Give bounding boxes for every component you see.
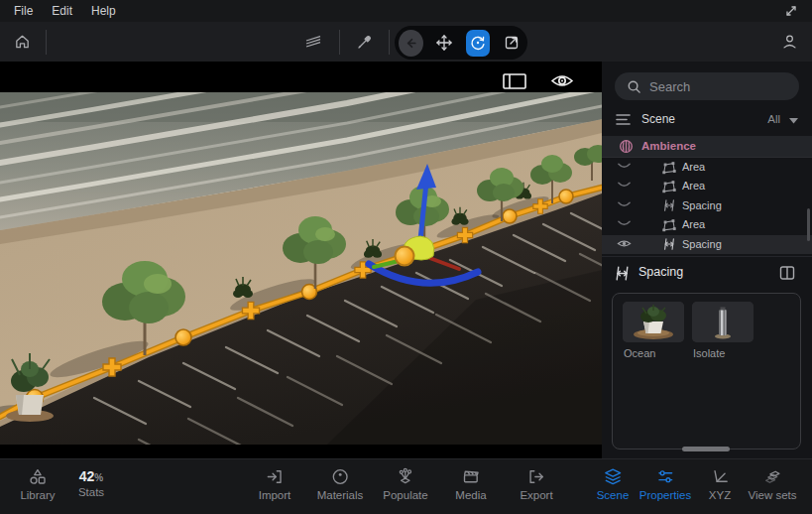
- area-icon: [662, 161, 676, 175]
- right-sidebar: Scene All Ambience: [602, 62, 812, 458]
- spacing-icon: [662, 198, 676, 212]
- tree-item-label: Area: [682, 161, 705, 173]
- scene-panel-header: Scene All: [602, 107, 812, 133]
- tree-item-area[interactable]: Area: [602, 177, 812, 195]
- ambience-icon: [619, 139, 634, 154]
- tree-item-label: Spacing: [682, 238, 722, 250]
- properties-tab[interactable]: Properties: [639, 467, 691, 501]
- card-scrollbar[interactable]: [682, 447, 730, 451]
- toolbar-separator: [46, 30, 47, 55]
- materials-button[interactable]: Materials: [317, 467, 364, 501]
- tree-group-ambience[interactable]: Ambience: [602, 136, 812, 158]
- tree-scrollbar[interactable]: [807, 208, 810, 241]
- viewport-render: [0, 62, 602, 458]
- tree-item-label: Area: [682, 218, 705, 230]
- stats-label: Stats: [78, 486, 104, 498]
- expand-window-icon[interactable]: [784, 4, 798, 18]
- tree-item-label: Area: [682, 180, 705, 192]
- chevron-down-icon[interactable]: [789, 118, 798, 124]
- asset-label: Isolate: [693, 347, 725, 359]
- user-account-icon[interactable]: [781, 34, 798, 51]
- gizmo-knob: [396, 247, 414, 266]
- tree-item-label: Spacing: [682, 199, 722, 211]
- panel-divider: [602, 256, 812, 257]
- closed-eye-icon[interactable]: [617, 199, 632, 210]
- view-sets-tab[interactable]: View sets: [748, 467, 796, 501]
- open-eye-icon[interactable]: [617, 238, 632, 249]
- spacing-panel-title: Spacing: [638, 265, 683, 279]
- area-icon: [662, 218, 676, 232]
- scene-tab[interactable]: Scene: [597, 467, 630, 501]
- scene-filter-value[interactable]: All: [767, 113, 780, 125]
- panel-toggle-icon[interactable]: [503, 73, 526, 89]
- toolbar-separator: [389, 30, 390, 55]
- home-button[interactable]: [14, 34, 31, 51]
- toolbar: [0, 22, 812, 62]
- materials-icon: [331, 467, 350, 486]
- menu-file[interactable]: File: [14, 4, 33, 18]
- search-icon: [627, 79, 641, 94]
- move-tool-button[interactable]: [432, 30, 457, 57]
- layers-lines-icon[interactable]: [303, 34, 323, 50]
- spacing-panel-header: Spacing: [602, 259, 812, 287]
- asset-thumbnail-ocean[interactable]: [623, 302, 684, 342]
- export-button[interactable]: Export: [520, 467, 552, 501]
- spacing-icon: [614, 265, 631, 282]
- back-button[interactable]: [399, 30, 423, 57]
- stats-indicator[interactable]: 42% Stats: [78, 468, 104, 498]
- stats-value: 42%: [79, 468, 103, 484]
- export-icon: [527, 467, 546, 486]
- tree-item-spacing[interactable]: Spacing: [602, 196, 812, 215]
- tree-item-area[interactable]: Area: [602, 215, 812, 234]
- scene-list-icon[interactable]: [616, 113, 631, 126]
- asset-thumbnail-isolate[interactable]: [692, 302, 754, 342]
- import-button[interactable]: Import: [259, 467, 291, 501]
- closed-eye-icon[interactable]: [617, 218, 632, 229]
- spacing-icon: [662, 237, 676, 251]
- menu-bar: File Edit Help: [0, 0, 812, 22]
- tree-item-area[interactable]: Area: [602, 158, 812, 177]
- scene-panel-title: Scene: [641, 112, 675, 126]
- asset-card: Ocean Isolate: [612, 293, 801, 450]
- scene-layers-icon: [603, 467, 622, 486]
- transform-tool-group: [395, 26, 527, 60]
- library-button[interactable]: Library: [20, 467, 55, 501]
- media-button[interactable]: Media: [455, 467, 486, 501]
- view-sets-icon: [762, 467, 781, 486]
- closed-eye-icon[interactable]: [617, 161, 632, 172]
- populate-icon: [397, 467, 415, 486]
- library-icon: [29, 467, 48, 486]
- tree-item-spacing-selected[interactable]: Spacing: [602, 235, 812, 254]
- menu-help[interactable]: Help: [91, 4, 116, 18]
- bottom-bar: Library 42% Stats Import Materials: [0, 458, 812, 514]
- scale-tool-button[interactable]: [499, 30, 523, 57]
- rotate-tool-button[interactable]: [466, 30, 491, 57]
- populate-button[interactable]: Populate: [383, 467, 427, 501]
- toolbar-separator: [339, 30, 340, 55]
- eyedropper-icon[interactable]: [356, 33, 374, 51]
- import-icon: [266, 467, 285, 486]
- media-icon: [461, 467, 480, 486]
- tree-group-label: Ambience: [641, 140, 696, 152]
- properties-sliders-icon: [655, 467, 674, 486]
- search-bar[interactable]: [615, 72, 799, 100]
- area-icon: [662, 180, 676, 193]
- viewport-3d[interactable]: [0, 62, 602, 458]
- asset-label: Ocean: [624, 347, 655, 359]
- app-window: File Edit Help: [0, 0, 812, 514]
- xyz-tab[interactable]: XYZ: [709, 467, 731, 501]
- xyz-axis-icon: [711, 467, 730, 486]
- visibility-eye-icon[interactable]: [550, 73, 574, 89]
- closed-eye-icon[interactable]: [617, 180, 632, 191]
- split-view-icon[interactable]: [779, 265, 795, 281]
- menu-edit[interactable]: Edit: [52, 4, 72, 18]
- search-input[interactable]: [649, 79, 768, 94]
